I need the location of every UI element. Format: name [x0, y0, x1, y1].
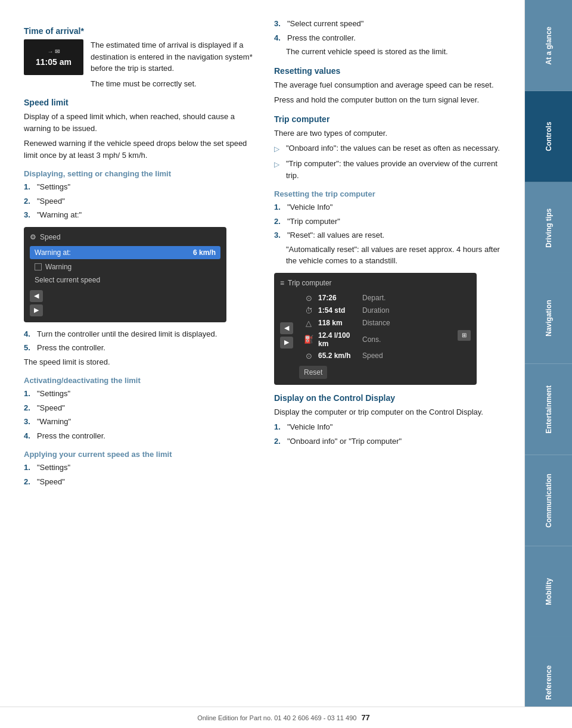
- applying-note: The current vehicle speed is stored as t…: [286, 46, 506, 58]
- time-desc-2: The time must be correctly set.: [91, 78, 256, 90]
- app-step3-num: 3.: [274, 18, 284, 30]
- activating-step-1: 1. "Settings": [24, 388, 256, 400]
- tab-mobility-label: Mobility: [545, 578, 553, 605]
- applying-continued: 3. "Select current speed" 4. Press the c…: [274, 18, 506, 58]
- resetting-values-heading: Resetting values: [274, 66, 506, 76]
- gear-icon: ⚙: [30, 233, 36, 241]
- cons-value: 12.4 l/100 km: [315, 331, 362, 348]
- screen-title: Speed: [40, 233, 61, 241]
- applying-heading: Applying your current speed as the limit: [24, 450, 256, 459]
- sidebar-tab-controls[interactable]: Controls: [525, 91, 572, 182]
- rt-step1-text: "Vehicle Info": [287, 201, 332, 213]
- tab-controls-label: Controls: [545, 122, 553, 151]
- trip-screen-content: ◀ ▶ ⊙ 17:26 Depart. ⏱ 1:54 std: [280, 292, 471, 379]
- rt-step2-num: 2.: [274, 216, 284, 228]
- trip-row-speed: ⊙ 65.2 km/h Speed: [299, 350, 454, 362]
- activating-step-4: 4. Press the controller.: [24, 430, 256, 442]
- step2-num: 2.: [24, 195, 33, 207]
- trip-screen-header: ≡ Trip computer: [280, 279, 471, 287]
- depart-icon: ⊙: [303, 294, 315, 303]
- trip-bullet-1: ▷ "Onboard info": the values can be rese…: [274, 142, 506, 154]
- trip-nav-left-btn[interactable]: ◀: [280, 322, 293, 334]
- app-step1-text: "Settings": [37, 462, 70, 474]
- warning-at-row: Warning at: 6 km/h: [30, 246, 220, 259]
- tab-communication-label: Communication: [545, 474, 553, 528]
- rt-step2-text: "Trip computer": [287, 216, 340, 228]
- act-step4-num: 4.: [24, 430, 33, 442]
- select-speed-row: Select current speed: [30, 275, 220, 285]
- tab-reference-label: Reference: [545, 665, 553, 700]
- step2-text: "Speed": [37, 195, 65, 207]
- display-step-2: 2. "Speed": [24, 195, 256, 207]
- trip-computer-screen: ≡ Trip computer ◀ ▶ ⊙ 17:26 Depart.: [274, 273, 477, 385]
- applying-step-4: 4. Press the controller.: [274, 32, 506, 44]
- speed-limit-desc1: Display of a speed limit which, when rea…: [24, 111, 256, 134]
- applying-step-2: 2. "Speed": [24, 476, 256, 488]
- sidebar-tab-entertainment[interactable]: Entertainment: [525, 364, 572, 455]
- tab-entertainment-label: Entertainment: [545, 385, 553, 434]
- resetting-trip-heading: Resetting the trip computer: [274, 189, 506, 198]
- page-footer: Online Edition for Part no. 01 40 2 606 …: [0, 707, 572, 728]
- rt-step1-num: 1.: [274, 201, 284, 213]
- act-step4-text: Press the controller.: [37, 430, 105, 442]
- display-control-step-2: 2. "Onboard info" or "Trip computer": [274, 435, 506, 447]
- duration-value: 1:54 std: [315, 306, 362, 315]
- dc-step2-text: "Onboard info" or "Trip computer": [287, 435, 402, 447]
- display-step-5: 5. Press the controller.: [24, 342, 256, 354]
- resetting-desc2: Press and hold the computer button on th…: [274, 94, 506, 106]
- sidebar: At a glance Controls Driving tips Naviga…: [524, 0, 572, 728]
- nav-left-btn[interactable]: ◀: [30, 290, 43, 302]
- sidebar-tab-navigation[interactable]: Navigation: [525, 273, 572, 364]
- trip-bullet-1-text: "Onboard info": the values can be reset …: [286, 142, 500, 154]
- trip-bullet-2: ▷ "Trip computer": the values provide an…: [274, 158, 506, 181]
- bullet-arrow-2: ▷: [274, 159, 281, 181]
- activating-heading: Activating/deactivating the limit: [24, 376, 256, 385]
- speed-limit-heading: Speed limit: [24, 98, 256, 107]
- displaying-heading: Displaying, setting or changing the limi…: [24, 169, 256, 178]
- trip-row-cons: ⛽ 12.4 l/100 km Cons.: [299, 329, 454, 350]
- checkbox-label: Warning: [45, 263, 72, 271]
- cons-label: Cons.: [362, 335, 381, 344]
- act-step3-num: 3.: [24, 416, 33, 428]
- speed-stored-note: The speed limit is stored.: [24, 356, 256, 368]
- trip-computer-desc: There are two types of computer.: [274, 127, 506, 139]
- arrival-arrow-icon: → ✉: [48, 48, 60, 55]
- duration-icon: ⏱: [303, 306, 315, 315]
- time-of-arrival-heading: Time of arrival*: [24, 26, 256, 36]
- trip-row-duration: ⏱ 1:54 std Duration: [299, 304, 454, 317]
- trip-screen-right-btn: ⊞: [458, 292, 471, 379]
- screen-nav-container: ◀ ▶: [30, 290, 220, 316]
- distance-icon: △: [303, 319, 315, 328]
- app-step4-num: 4.: [274, 32, 284, 44]
- display-control-desc: Display the computer or trip computer on…: [274, 406, 506, 418]
- nav-right-btn[interactable]: ▶: [30, 304, 43, 316]
- applying-step-3: 3. "Select current speed": [274, 18, 506, 30]
- time-of-arrival-block: → ✉ 11:05 am The estimated time of arriv…: [24, 39, 256, 89]
- trip-screen-title: Trip computer: [288, 279, 332, 287]
- reset-trip-step-2: 2. "Trip computer": [274, 216, 506, 228]
- sidebar-tab-driving-tips[interactable]: Driving tips: [525, 182, 572, 273]
- trip-row-depart: ⊙ 17:26 Depart.: [299, 292, 454, 304]
- auto-reset-note: "Automatically reset": all values are re…: [286, 244, 506, 267]
- act-step2-text: "Speed": [37, 402, 65, 414]
- sidebar-tab-mobility[interactable]: Mobility: [525, 546, 572, 637]
- page-number: 77: [361, 713, 369, 722]
- sidebar-tab-communication[interactable]: Communication: [525, 455, 572, 546]
- display-control-heading: Display on the Control Display: [274, 393, 506, 403]
- speed-screen: ⚙ Speed Warning at: 6 km/h Warning Selec…: [24, 227, 226, 322]
- rt-step3-text: "Reset": all values are reset.: [287, 229, 384, 241]
- trip-reset-btn[interactable]: Reset: [299, 366, 327, 379]
- app-step2-num: 2.: [24, 476, 33, 488]
- app-step1-num: 1.: [24, 462, 33, 474]
- depart-label: Depart.: [362, 294, 386, 302]
- step1-num: 1.: [24, 181, 33, 193]
- act-step1-num: 1.: [24, 388, 33, 400]
- tab-at-glance-label: At a glance: [545, 26, 553, 64]
- sidebar-tab-at-glance[interactable]: At a glance: [525, 0, 572, 91]
- resetting-desc1: The average fuel consumption and average…: [274, 79, 506, 91]
- cons-icon: ⛽: [303, 335, 315, 344]
- warning-checkbox: [35, 263, 42, 270]
- activating-step-2: 2. "Speed": [24, 402, 256, 414]
- trip-fullscreen-btn[interactable]: ⊞: [458, 330, 471, 341]
- trip-nav-right-btn[interactable]: ▶: [280, 337, 293, 349]
